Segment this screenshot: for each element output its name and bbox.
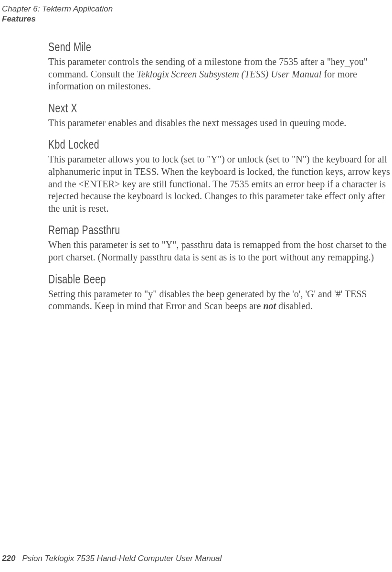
- paragraph-remap-passthru: When this parameter is set to "Y", passt…: [48, 239, 390, 263]
- heading-remap-passthru: Remap Passthru: [48, 223, 315, 237]
- page-content: Send Mile This parameter controls the se…: [48, 40, 390, 321]
- footer-manual-title: Psion Teklogix 7535 Hand-Held Computer U…: [22, 554, 222, 563]
- text-emphasis-not: not: [263, 301, 276, 311]
- header-chapter: Chapter 6: Tekterm Application: [2, 4, 113, 14]
- paragraph-kbd-locked: This parameter allows you to lock (set t…: [48, 153, 390, 215]
- page: Chapter 6: Tekterm Application Features …: [0, 0, 392, 572]
- heading-disable-beep: Disable Beep: [48, 272, 315, 286]
- heading-send-mile: Send Mile: [48, 40, 315, 54]
- page-header: Chapter 6: Tekterm Application Features: [2, 4, 113, 24]
- page-footer: 220Psion Teklogix 7535 Hand-Held Compute…: [2, 554, 222, 563]
- heading-kbd-locked: Kbd Locked: [48, 138, 315, 151]
- paragraph-disable-beep: Setting this parameter to "y" disables t…: [48, 288, 390, 313]
- paragraph-next-x: This parameter enables and disables the …: [48, 117, 390, 130]
- header-section: Features: [2, 14, 113, 24]
- text-fragment: disabled.: [276, 301, 313, 311]
- text-fragment: Setting this parameter to "y" disables t…: [48, 289, 367, 312]
- page-number: 220: [2, 554, 15, 563]
- heading-next-x: Next X: [48, 101, 315, 115]
- text-italic-manual: Teklogix Screen Subsystem (TESS) User Ma…: [137, 69, 322, 79]
- paragraph-send-mile: This parameter controls the sending of a…: [48, 56, 390, 93]
